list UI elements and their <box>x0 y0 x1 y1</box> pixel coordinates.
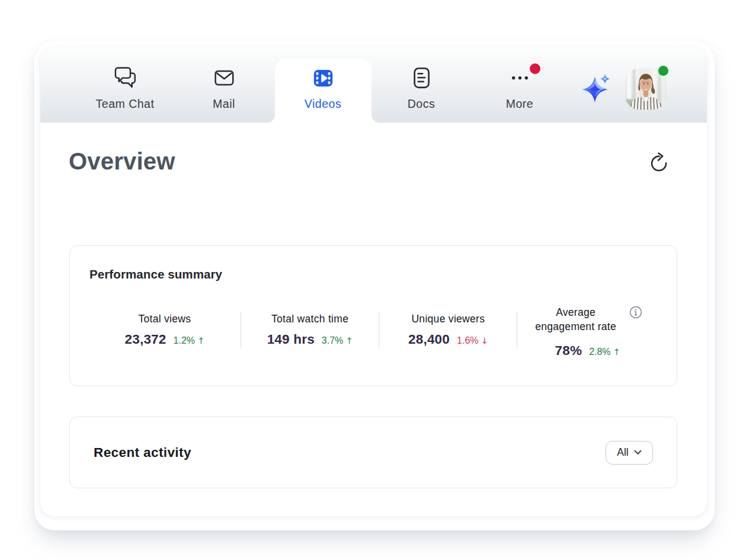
metric-total-views: Total views 23,372 1.2%↑ <box>89 312 241 348</box>
trend-arrow-icon: ↑ <box>345 334 353 347</box>
filter-value: All <box>617 446 628 459</box>
metric-value: 78% <box>555 342 582 360</box>
page-title: Overview <box>69 147 678 175</box>
metric-change: 1.6%↓ <box>457 334 488 347</box>
metric-value: 23,372 <box>125 331 167 348</box>
metric-unique-viewers: Unique viewers 28,400 1.6%↓ <box>379 312 517 348</box>
mail-icon <box>213 67 235 89</box>
metric-label: Average engagement rate <box>528 305 624 334</box>
refresh-button[interactable] <box>648 153 670 175</box>
zia-sparkle-icon[interactable] <box>577 72 613 107</box>
performance-summary-card: Performance summary Total views 23,372 1… <box>69 245 677 386</box>
tab-mail[interactable]: Mail <box>175 47 274 123</box>
info-button[interactable] <box>629 306 642 319</box>
trend-arrow-icon: ↑ <box>197 334 204 347</box>
recent-activity-card: Recent activity All <box>69 417 677 488</box>
notification-badge <box>530 63 540 74</box>
metric-change-value: 1.2% <box>174 334 195 347</box>
metric-change-value: 3.7% <box>322 334 343 347</box>
tab-label: More <box>506 97 533 111</box>
metric-change: 3.7%↑ <box>322 334 353 347</box>
tab-label: Team Chat <box>96 97 155 111</box>
page-content: Overview Performance summary Total views <box>40 123 707 516</box>
more-dots-icon <box>509 67 531 89</box>
chevron-down-icon <box>634 448 642 457</box>
tab-bar: Team Chat Mail <box>40 47 707 123</box>
tab-docs[interactable]: Docs <box>372 47 471 123</box>
metric-label: Total watch time <box>241 312 379 326</box>
app-window: Team Chat Mail <box>34 41 715 530</box>
avatar[interactable] <box>625 68 667 110</box>
team-chat-icon <box>114 67 136 89</box>
metric-label: Total views <box>89 312 241 326</box>
page-header: Overview <box>69 147 678 180</box>
metric-change-value: 2.8% <box>589 345 610 359</box>
docs-icon <box>411 67 433 89</box>
metric-change-value: 1.6% <box>457 334 478 347</box>
tab-team-chat[interactable]: Team Chat <box>76 47 175 123</box>
app-surface: Team Chat Mail <box>40 47 707 516</box>
refresh-icon <box>648 152 670 175</box>
tab-label: Docs <box>408 97 435 111</box>
videos-icon <box>312 67 334 89</box>
metric-change: 1.2%↑ <box>174 334 205 347</box>
metric-label: Unique viewers <box>379 312 517 326</box>
metric-total-watch-time: Total watch time 149 hrs 3.7%↑ <box>241 312 379 348</box>
trend-arrow-icon: ↑ <box>613 345 620 359</box>
metric-value: 149 hrs <box>267 331 315 348</box>
filter-dropdown[interactable]: All <box>606 441 653 465</box>
tab-label: Mail <box>213 97 235 111</box>
trend-arrow-icon: ↓ <box>481 334 488 347</box>
performance-summary-title: Performance summary <box>89 267 222 281</box>
tab-more[interactable]: More <box>470 47 569 123</box>
metric-average-engagement-rate: Average engagement rate 78% 2.8%↑ <box>517 305 658 360</box>
info-icon <box>629 312 642 321</box>
tab-label: Videos <box>305 97 341 111</box>
metrics-row: Total views 23,372 1.2%↑ Total watch tim… <box>89 303 658 357</box>
recent-activity-title: Recent activity <box>94 444 606 461</box>
online-status-dot <box>658 66 668 76</box>
metric-value: 28,400 <box>408 331 450 348</box>
tab-videos[interactable]: Videos <box>274 47 373 123</box>
metric-change: 2.8%↑ <box>589 345 620 359</box>
